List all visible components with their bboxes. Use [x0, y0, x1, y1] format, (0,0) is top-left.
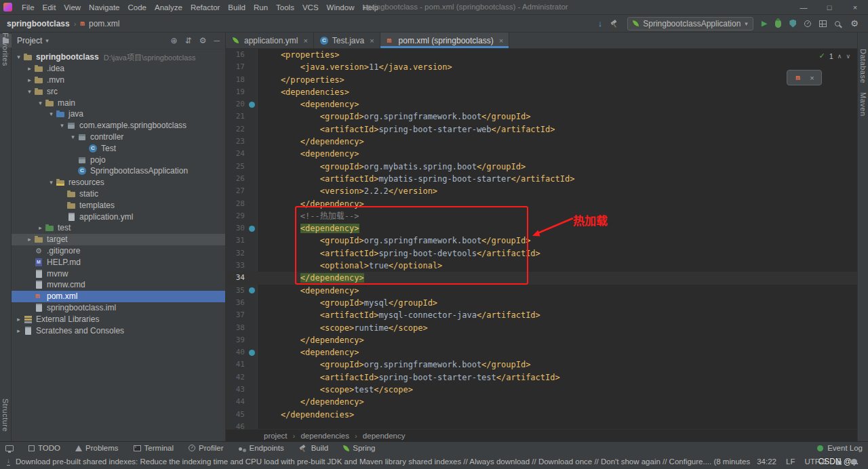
- tree-item-templates[interactable]: templates: [12, 199, 225, 211]
- debug-button[interactable]: [775, 20, 781, 28]
- code-line-35[interactable]: 35 <dependency>: [226, 285, 857, 297]
- tree-item-com-example-springbootclass[interactable]: ▾com.example.springbootclass: [12, 120, 225, 131]
- tool-button-spring[interactable]: Spring: [343, 444, 375, 452]
- collapse-all-icon[interactable]: ⇵: [185, 36, 192, 45]
- tree-item-pojo[interactable]: pojo: [12, 154, 225, 165]
- tool-button-build[interactable]: Build: [299, 444, 329, 452]
- menu-refactor[interactable]: Refactor: [186, 3, 224, 12]
- code-line-20[interactable]: 20 <dependency>: [226, 98, 857, 110]
- code-line-45[interactable]: 45 </dependencies>: [226, 409, 857, 421]
- caret-position[interactable]: 34:22: [757, 457, 776, 466]
- close-icon[interactable]: ×: [810, 74, 814, 82]
- layout-icon[interactable]: [819, 20, 827, 27]
- chevron-right-icon[interactable]: ▸: [14, 327, 23, 334]
- code-line-21[interactable]: 21 <groupId>org.springframework.boot</gr…: [226, 110, 857, 123]
- tree-item-target[interactable]: ▸target: [12, 234, 225, 245]
- menu-run[interactable]: Run: [250, 3, 272, 12]
- settings-gear-icon[interactable]: ⚙: [850, 19, 859, 28]
- tab-pom-xml-springbootclass[interactable]: pom.xml (springbootclass)×: [380, 33, 509, 48]
- tree-item-test[interactable]: Test: [12, 142, 225, 154]
- code-line-44[interactable]: 44 </dependency>: [226, 396, 857, 408]
- chevron-right-icon[interactable]: ▸: [36, 224, 45, 231]
- menu-edit[interactable]: Edit: [39, 3, 60, 12]
- tree-item-mvnw-cmd[interactable]: mvnw.cmd: [12, 279, 225, 291]
- panel-settings-icon[interactable]: ⚙: [199, 36, 207, 45]
- chevron-down-icon[interactable]: ▾: [45, 37, 49, 44]
- next-issue-icon[interactable]: ∨: [846, 53, 850, 60]
- breadcrumb-pom-xml[interactable]: pom.xml: [89, 19, 119, 28]
- chevron-right-icon[interactable]: ▸: [25, 236, 34, 243]
- tree-item-java[interactable]: ▾java: [12, 108, 225, 120]
- minimize-button[interactable]: —: [791, 0, 816, 15]
- breadcrumb-dependencies[interactable]: dependencies: [300, 432, 349, 440]
- code-line-46[interactable]: 46: [226, 421, 857, 429]
- tree-item-springbootclass-iml[interactable]: springbootclass.iml: [12, 302, 225, 314]
- breadcrumb-project[interactable]: project: [264, 432, 288, 440]
- event-log-button[interactable]: Event Log: [817, 444, 863, 452]
- tree-item-main[interactable]: ▾main: [12, 97, 225, 108]
- tree-item-test[interactable]: ▸test: [12, 222, 225, 234]
- menu-code[interactable]: Code: [123, 3, 151, 12]
- close-icon[interactable]: ×: [499, 37, 503, 45]
- line-separator[interactable]: LF: [786, 457, 795, 466]
- menu-build[interactable]: Build: [224, 3, 250, 12]
- build-project-icon[interactable]: [610, 19, 619, 28]
- locate-file-icon[interactable]: ⊕: [171, 36, 178, 45]
- close-button[interactable]: ×: [842, 0, 868, 15]
- tree-item-help-md[interactable]: HELP.md: [12, 256, 225, 268]
- tree-item-idea[interactable]: ▸.idea: [12, 63, 225, 75]
- menu-window[interactable]: Window: [323, 3, 359, 12]
- chevron-down-icon[interactable]: ▾: [14, 54, 23, 60]
- breadcrumb-dependency[interactable]: dependency: [363, 432, 406, 440]
- menu-file[interactable]: File: [18, 3, 39, 12]
- tab-application-yml[interactable]: application.yml×: [226, 33, 314, 48]
- menu-vcs[interactable]: VCS: [298, 3, 323, 12]
- tool-button-endpoints[interactable]: Endpoints: [239, 444, 284, 452]
- tree-item-static[interactable]: static: [12, 188, 225, 200]
- chevron-down-icon[interactable]: ▾: [25, 88, 34, 95]
- profiler-button[interactable]: [804, 20, 811, 27]
- inspections-widget[interactable]: ✓ 1 ∧ ∨: [818, 52, 850, 60]
- tree-item-resources[interactable]: ▾resources: [12, 177, 225, 188]
- code-line-38[interactable]: 38 <scope>runtime</scope>: [226, 322, 857, 334]
- code-line-42[interactable]: 42 <artifactId>spring-boot-starter-test<…: [226, 371, 857, 384]
- code-line-16[interactable]: 16 <properties>: [226, 49, 857, 61]
- chevron-down-icon[interactable]: ▾: [47, 110, 56, 117]
- code-line-37[interactable]: 37 <artifactId>mysql-connector-java</art…: [226, 309, 857, 321]
- chevron-down-icon[interactable]: ▾: [68, 134, 77, 140]
- tool-button-todo[interactable]: TODO: [28, 444, 60, 452]
- prev-issue-icon[interactable]: ∧: [837, 53, 842, 60]
- code-line-17[interactable]: 17 <java.version>11</java.version>: [226, 61, 857, 73]
- hide-panel-icon[interactable]: ─: [214, 36, 220, 45]
- tree-item-pom-xml[interactable]: pom.xml: [12, 291, 225, 302]
- code-line-19[interactable]: 19 <dependencies>: [226, 86, 857, 98]
- menu-tools[interactable]: Tools: [272, 3, 298, 12]
- search-icon[interactable]: [835, 21, 840, 26]
- code-line-39[interactable]: 39 </dependency>: [226, 334, 857, 346]
- code-line-40[interactable]: 40 <dependency>: [226, 346, 857, 359]
- chevron-right-icon[interactable]: ▸: [25, 77, 34, 83]
- coverage-button[interactable]: [789, 20, 796, 28]
- tree-item-mvnw[interactable]: mvnw: [12, 268, 225, 279]
- menu-view[interactable]: View: [60, 3, 85, 12]
- close-icon[interactable]: ×: [303, 37, 307, 45]
- status-message[interactable]: Download pre-built shared indexes: Reduc…: [16, 457, 751, 466]
- chevron-down-icon[interactable]: ▾: [58, 122, 66, 129]
- tree-item-src[interactable]: ▾src: [12, 85, 225, 97]
- menu-analyze[interactable]: Analyze: [151, 3, 186, 12]
- tool-button-structure[interactable]: Structure: [1, 399, 9, 432]
- tool-button-profiler[interactable]: Profiler: [189, 444, 223, 452]
- chevron-right-icon[interactable]: ▸: [14, 316, 23, 323]
- tree-item-external-libraries[interactable]: ▸External Libraries: [12, 313, 225, 325]
- menu-navigate[interactable]: Navigate: [85, 3, 123, 12]
- maven-reload-widget[interactable]: ×: [787, 70, 822, 85]
- tree-item-gitignore[interactable]: .gitignore: [12, 245, 225, 257]
- chevron-right-icon[interactable]: ▸: [25, 65, 34, 72]
- code-line-41[interactable]: 41 <groupId>org.springframework.boot</gr…: [226, 359, 857, 371]
- tree-item-application-yml[interactable]: application.yml: [12, 211, 225, 222]
- code-line-25[interactable]: 25 <groupId>org.mybatis.spring.boot</gro…: [226, 161, 857, 173]
- tree-item-controller[interactable]: ▾controller: [12, 131, 225, 143]
- tree-item-mvn[interactable]: ▸.mvn: [12, 75, 225, 86]
- update-project-icon[interactable]: ↓: [598, 19, 603, 28]
- tab-test-java[interactable]: Test.java×: [314, 33, 380, 48]
